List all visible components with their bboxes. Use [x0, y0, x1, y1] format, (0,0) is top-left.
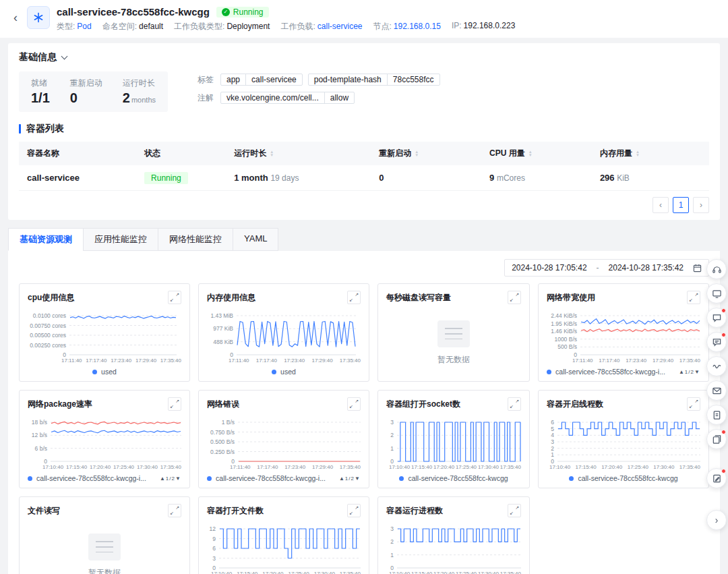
chart-card-open-files: 容器打开文件数 ↗↙ 12963017:10:4017:15:4017:20:4…	[198, 496, 369, 574]
expand-chart-button[interactable]: ↗↙	[347, 504, 361, 517]
chart-legend[interactable]: call-servicee-78cc558fcc-kwcgg	[547, 474, 700, 482]
basic-info-card: 基础信息 就绪 1/1 重新启动 0 运行时长 2months 标签 appca…	[8, 43, 720, 220]
meta-workload-label: 工作负载:	[280, 22, 315, 31]
label-chip: appcall-servicee	[220, 74, 303, 86]
chart-legend[interactable]: call-servicee-78cc558fcc-kwcgg-i...▲1/2▼	[28, 474, 181, 482]
chart-legend[interactable]: used	[207, 368, 361, 376]
expand-chart-button[interactable]: ↗↙	[508, 504, 521, 517]
annotations-title: 注解	[198, 92, 214, 104]
meta-namespace-label: 命名空间:	[102, 22, 137, 31]
expand-chart-button[interactable]: ↗↙	[168, 291, 181, 304]
sort-icon[interactable]: ▲▼	[528, 150, 533, 157]
calendar-icon	[693, 264, 702, 272]
message-icon	[712, 386, 722, 396]
workload-type-value: Deployment	[226, 22, 270, 31]
chat-icon	[712, 313, 722, 323]
sort-icon[interactable]: ▲▼	[415, 150, 419, 157]
stat-uptime: 运行时长 2months	[123, 78, 156, 106]
date-separator: -	[597, 263, 599, 272]
chart-legend[interactable]: call-servicee-78cc558fcc-kwcgg	[386, 474, 521, 482]
support-button[interactable]	[706, 259, 727, 279]
collapse-toolbar-button[interactable]: ›	[706, 510, 727, 530]
runtime-detail: 19 days	[270, 173, 299, 183]
sort-icon[interactable]: ▲▼	[636, 150, 640, 157]
labels-title: 标签	[198, 74, 214, 86]
expand-chart-button[interactable]: ↗↙	[687, 397, 700, 411]
chart-canvas: 0.0100 cores0.00750 cores0.00500 cores0.…	[28, 310, 181, 376]
chart-title: 网络错误	[207, 399, 239, 410]
meta-ip-label: IP:	[452, 21, 462, 30]
expand-chart-button[interactable]: ↗↙	[347, 397, 361, 411]
no-data-icon	[437, 320, 470, 347]
wave-icon	[712, 362, 722, 372]
restart-count: 0	[371, 165, 481, 191]
chart-title: 文件读写	[28, 505, 60, 517]
stat-label: 就绪	[31, 78, 50, 89]
tab-basic-resource-monitor[interactable]: 基础资源观测	[8, 228, 84, 251]
pagination: ‹ 1 ›	[19, 197, 709, 213]
expand-chart-button[interactable]: ↗↙	[508, 291, 521, 304]
date-range-picker[interactable]: 2024-10-28 17:05:42 - 2024-10-28 17:35:4…	[504, 259, 709, 277]
health-button[interactable]	[706, 356, 727, 376]
chart-legend[interactable]: call-servicee-78cc558fcc-kwcgg-i...▲1/2▼	[547, 368, 700, 376]
console-button[interactable]	[706, 283, 727, 304]
headset-icon	[712, 264, 722, 275]
no-data-icon	[88, 534, 121, 561]
snowflake-icon	[33, 12, 44, 23]
workload-link[interactable]: call-servicee	[317, 22, 363, 31]
legend-pager[interactable]: ▲1/2▼	[679, 369, 700, 375]
chart-legend[interactable]: call-servicee-78cc558fcc-kwcgg-i...▲1/2▼	[207, 474, 361, 482]
label-key: app	[221, 74, 246, 85]
message-button[interactable]	[706, 380, 727, 401]
chart-title: 网络带宽使用	[547, 292, 595, 304]
sort-icon[interactable]: ▲▼	[270, 150, 274, 157]
no-data-text: 暂无数据	[437, 354, 470, 366]
prev-page-button[interactable]: ‹	[653, 197, 669, 213]
chart-title: 容器运行进程数	[386, 505, 443, 517]
label-value: 78cc558fcc	[388, 74, 439, 85]
tab-app-performance-monitor[interactable]: 应用性能监控	[83, 228, 158, 251]
write-feedback-button[interactable]	[706, 468, 727, 488]
basic-info-toggle[interactable]: 基础信息	[19, 51, 67, 63]
feedback-button[interactable]	[706, 308, 727, 328]
meta-workload-type-label: 工作负载类型:	[174, 22, 224, 31]
expand-chart-button[interactable]: ↗↙	[168, 397, 181, 411]
page-1-button[interactable]: 1	[673, 197, 689, 213]
pod-status-badge: ✓ Running	[216, 7, 269, 18]
next-page-button[interactable]: ›	[693, 197, 709, 213]
expand-chart-button[interactable]: ↗↙	[687, 291, 700, 304]
chart-canvas: 654321017:10:4017:15:4017:20:4017:25:401…	[547, 416, 700, 482]
chart-card-network-errors: 网络错误 ↗↙ 1 B/s0.750 B/s0.500 B/s0.250 B/s…	[198, 390, 369, 488]
legend-pager[interactable]: ▲1/2▼	[160, 476, 181, 482]
expand-chart-button[interactable]: ↗↙	[347, 291, 361, 304]
chart-title: 内存使用信息	[207, 292, 255, 304]
expand-chart-button[interactable]: ↗↙	[168, 504, 181, 517]
back-button[interactable]: ‹	[11, 6, 20, 29]
page-header: ‹ call-servicee-78cc558fcc-kwcgg ✓ Runni…	[0, 0, 728, 38]
tickets-button[interactable]	[706, 429, 727, 449]
tab-yaml[interactable]: YAML	[233, 228, 278, 251]
tab-network-performance-monitor[interactable]: 网络性能监控	[158, 228, 233, 251]
label-chip: pod-template-hash78cc558fcc	[308, 74, 440, 86]
table-row[interactable]: call-servicee Running 1 month 19 days 0 …	[19, 165, 709, 191]
chart-canvas: 321017:10:4017:15:4017:20:4017:25:4017:3…	[386, 416, 521, 482]
node-link[interactable]: 192.168.0.15	[394, 22, 441, 31]
pod-type-link[interactable]: Pod	[77, 22, 91, 31]
container-status-badge: Running	[144, 172, 188, 184]
expand-chart-button[interactable]: ↗↙	[508, 397, 521, 411]
chart-card-socket-count: 容器组打开socket数 ↗↙ 321017:10:4017:15:4017:2…	[377, 390, 530, 488]
survey-button[interactable]	[706, 332, 727, 352]
legend-pager[interactable]: ▲1/2▼	[339, 476, 361, 482]
stat-restarts: 重新启动 0	[70, 78, 102, 106]
document-icon	[712, 410, 722, 420]
chart-legend[interactable]: used	[28, 368, 181, 376]
documents-icon	[712, 434, 722, 444]
notification-dot	[721, 469, 726, 473]
docs-button[interactable]	[706, 405, 727, 425]
annotation-chip: vke.volcengine.com/cell...allow	[220, 92, 355, 104]
container-list-title: 容器列表	[26, 123, 64, 135]
label-value: call-servicee	[246, 74, 302, 85]
container-name: call-servicee	[19, 165, 136, 191]
chart-card-file-io: 文件读写 ↗↙ 暂无数据	[19, 496, 190, 574]
runtime-value: 1 month	[234, 173, 268, 183]
